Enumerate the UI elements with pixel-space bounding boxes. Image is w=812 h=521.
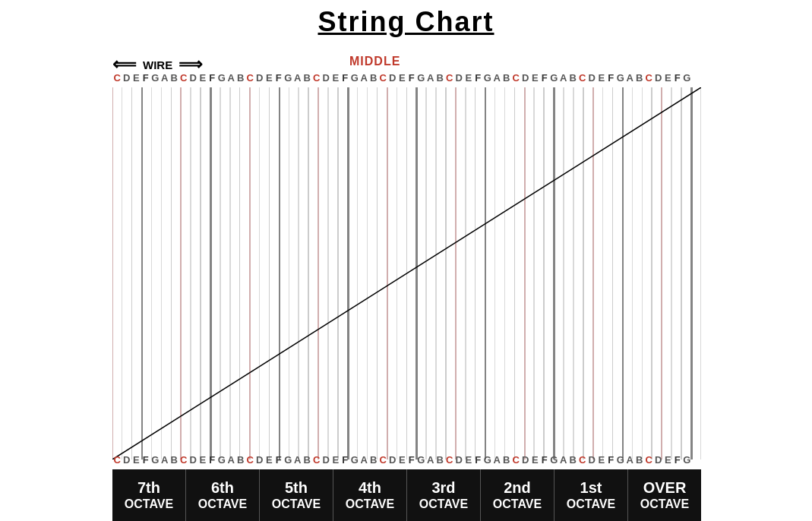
note-bottom-34: B	[435, 454, 445, 466]
note-bottom-30: E	[397, 454, 407, 466]
note-top-41: B	[502, 72, 512, 84]
string-line-9	[200, 87, 201, 459]
octave-block-3: 4thOCTAVE	[333, 469, 407, 521]
string-line-45	[553, 87, 555, 459]
note-top-6: B	[169, 72, 179, 84]
octave-number-0: 7th	[137, 478, 160, 497]
string-line-0	[112, 87, 113, 459]
note-bottom-19: A	[293, 454, 303, 466]
string-line-10	[210, 87, 212, 459]
note-bottom-56: C	[644, 454, 654, 466]
note-top-28: C	[378, 72, 388, 84]
note-top-55: B	[635, 72, 645, 84]
note-bottom-47: A	[559, 454, 569, 466]
note-top-40: A	[492, 72, 502, 84]
note-top-13: B	[236, 72, 246, 84]
string-line-33	[435, 87, 437, 459]
note-top-32: G	[416, 72, 426, 84]
octave-word-3: OCTAVE	[346, 497, 394, 511]
octave-block-2: 5thOCTAVE	[260, 469, 333, 521]
note-bottom-5: A	[160, 454, 170, 466]
octave-block-6: 1stOCTAVE	[554, 469, 628, 521]
string-line-49	[592, 87, 594, 459]
page-title: String Chart	[0, 0, 812, 38]
note-top-21: C	[312, 72, 322, 84]
octave-number-3: 4th	[359, 478, 381, 497]
note-bottom-59: F	[673, 454, 683, 466]
note-top-52: F	[606, 72, 616, 84]
note-top-8: D	[188, 72, 198, 84]
octave-block-7: OVEROCTAVE	[628, 469, 701, 521]
note-top-17: F	[274, 72, 284, 84]
note-top-59: F	[673, 72, 683, 84]
note-top-31: F	[407, 72, 417, 84]
note-bottom-50: D	[587, 454, 597, 466]
octave-word-5: OCTAVE	[493, 497, 542, 511]
note-bottom-31: F	[407, 454, 417, 466]
string-line-19	[298, 87, 299, 459]
note-bottom-39: G	[483, 454, 493, 466]
string-line-30	[406, 87, 408, 459]
chart-area	[112, 87, 701, 459]
string-line-35	[455, 87, 457, 459]
note-top-38: F	[473, 72, 483, 84]
string-line-25	[357, 87, 359, 459]
string-line-53	[632, 87, 633, 459]
string-line-52	[622, 87, 624, 459]
string-line-12	[229, 87, 231, 459]
note-row-top: CDEFGABCDEFGABCDEFGABCDEFGABCDEFGABCDEFG…	[112, 72, 692, 84]
note-top-23: E	[331, 72, 341, 84]
note-top-24: F	[340, 72, 350, 84]
note-top-2: E	[131, 72, 141, 84]
string-line-13	[239, 87, 241, 459]
note-top-10: F	[207, 72, 217, 84]
note-bottom-8: D	[188, 454, 198, 466]
note-bottom-23: E	[331, 454, 341, 466]
note-top-37: E	[464, 72, 474, 84]
octave-word-2: OCTAVE	[272, 497, 321, 511]
note-bottom-37: E	[464, 454, 474, 466]
string-line-2	[131, 87, 133, 459]
note-top-46: G	[549, 72, 559, 84]
octave-number-2: 5th	[285, 478, 308, 497]
note-bottom-60: G	[682, 454, 692, 466]
string-line-43	[533, 87, 535, 459]
string-line-50	[602, 87, 604, 459]
main-container: String Chart ⟸ WIRE ⟹ MIDDLE CDEFGABCDEF…	[0, 0, 812, 521]
octave-block-1: 6thOCTAVE	[186, 469, 260, 521]
wire-text: WIRE	[143, 58, 172, 71]
note-top-58: E	[663, 72, 673, 84]
string-line-40	[504, 87, 506, 459]
octave-number-6: 1st	[580, 478, 602, 497]
note-top-42: C	[511, 72, 521, 84]
note-bottom-4: G	[150, 454, 160, 466]
note-bottom-58: E	[663, 454, 673, 466]
note-bottom-22: D	[321, 454, 331, 466]
note-bottom-13: B	[236, 454, 246, 466]
note-bottom-36: D	[454, 454, 464, 466]
note-top-9: E	[198, 72, 208, 84]
octave-number-1: 6th	[211, 478, 234, 497]
octave-block-4: 3rdOCTAVE	[407, 469, 481, 521]
note-top-27: B	[369, 72, 379, 84]
note-bottom-48: B	[568, 454, 578, 466]
note-top-18: G	[283, 72, 293, 84]
note-top-26: A	[359, 72, 369, 84]
note-bottom-53: G	[616, 454, 626, 466]
string-line-26	[367, 87, 368, 459]
octave-block-5: 2ndOCTAVE	[481, 469, 554, 521]
string-line-28	[387, 87, 388, 459]
note-bottom-16: E	[264, 454, 274, 466]
note-top-11: G	[217, 72, 227, 84]
note-bottom-38: F	[473, 454, 483, 466]
note-bottom-24: F	[340, 454, 350, 466]
note-top-48: B	[568, 72, 578, 84]
octave-word-6: OCTAVE	[567, 497, 615, 511]
note-bottom-33: A	[426, 454, 436, 466]
note-top-53: G	[616, 72, 626, 84]
octave-word-1: OCTAVE	[198, 497, 247, 511]
note-bottom-51: E	[597, 454, 607, 466]
note-top-54: A	[625, 72, 635, 84]
note-bottom-14: C	[245, 454, 255, 466]
note-top-56: C	[644, 72, 654, 84]
